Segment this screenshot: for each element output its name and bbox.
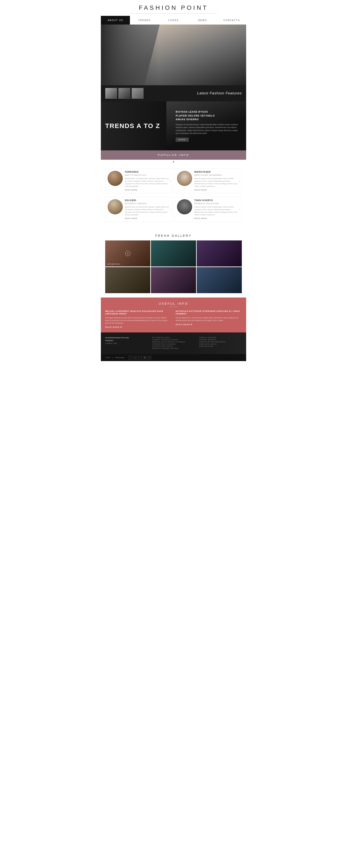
footer-address-city: CHICAGO [105, 340, 148, 342]
gallery-item-5[interactable] [151, 267, 196, 293]
info-card-4: THEN IUVERYS PROERAS VELOIUASE Maserta l… [175, 197, 242, 222]
gallery-label-1: savrennight dolares [107, 263, 120, 265]
social-icons: f g ♪ ◉ in [129, 356, 151, 359]
info-cards-row-2: DOLOERI MIASERTA VERODS Baivolernatur au… [105, 197, 242, 222]
useful-info-title: USEFUL INFO [105, 302, 242, 305]
nav-item-looks[interactable]: looks [159, 16, 188, 25]
popular-info-title: POPULAR INFO [101, 153, 246, 157]
card-arrow-1[interactable]: ‹ [169, 179, 170, 183]
gallery-item-2[interactable] [151, 241, 196, 267]
useful-col-text-1: aisfvugiat malesuad ascevda atiur uscuci… [105, 317, 171, 324]
gallery-plus-icon: + [125, 251, 130, 256]
card-text-2: Maserta lertyers asety kertyakusfkes ker… [194, 177, 240, 188]
card-content-1: FERRODES MIEYTS DELOTYAS Baivolernatur a… [125, 171, 170, 191]
footer-col-address: 28 JACKSON BLVD STE 1020 CHICAGO t: 606/… [105, 337, 148, 350]
footer-privacy-link[interactable]: Privacy policy [115, 357, 124, 358]
thumbnail-images [105, 88, 144, 99]
footer-link-2-3[interactable]: CREHEHLES KASTREASKORY [199, 341, 242, 343]
card-avatar-2 [177, 171, 192, 186]
social-music[interactable]: ♪ [138, 356, 141, 359]
nav-item-trends[interactable]: trends [130, 16, 159, 25]
thumbnail-1[interactable] [105, 88, 117, 99]
card-subtitle-2: BERTYUASE VEIUREDEA [194, 174, 240, 176]
popular-info-bar: POPULAR INFO [101, 150, 246, 160]
fresh-gallery-title: FRESH GALLERY [105, 234, 242, 238]
card-read-more-3[interactable]: READ MORE [125, 217, 170, 219]
hero-dark-overlay [101, 25, 159, 85]
info-card-1: FERRODES MIEYTS DELOTYAS Baivolernatur a… [105, 168, 172, 193]
footer-link-1-5[interactable]: DIVERTELIERO FROGS [152, 345, 195, 347]
card-text-3: Baivolernatur aut odtiuat laes; aniequur… [125, 206, 170, 216]
footer-link-1-3[interactable]: MERTASE DELES NEORY KASTREAS [152, 341, 195, 343]
popular-arrow: ▼ [170, 160, 177, 164]
fashion-strip-title: Latest Fashion Features [197, 91, 242, 95]
footer-link-2-4[interactable]: FASE LAISU DELAS [199, 343, 242, 345]
footer-separator: | [112, 356, 113, 359]
footer-col-links-1: SIT AVERTAS DERO TASERTO YAENDALA MIASAY… [152, 337, 195, 350]
social-circle[interactable]: ◉ [143, 356, 147, 359]
nav-item-about[interactable]: about us [101, 16, 130, 25]
card-subtitle-4: PROERAS VELOIUASE [194, 203, 240, 205]
footer-link-2-1[interactable]: VERROIT AVERTAS [199, 337, 242, 338]
gallery-item-3[interactable] [197, 241, 242, 267]
footer-link-1-6[interactable]: BADERITO MIASER LASTRAS [152, 348, 195, 349]
footer-col-links-2: VERROIT AVERTAS NIKERAY AENSALA CREHEHLE… [199, 337, 242, 350]
footer-link-2-2[interactable]: NIKERAY AENSALA [199, 339, 242, 340]
useful-read-more-1[interactable]: READ MORE [105, 326, 171, 328]
social-facebook[interactable]: f [129, 356, 132, 359]
footer-link-1-4[interactable]: VERODE FASE LASGUASE [152, 343, 195, 345]
footer-link-1-2[interactable]: TASERTO YAENDALA MIASAY [152, 339, 195, 340]
fashion-strip: Latest Fashion Features [101, 85, 246, 101]
card-arrow-2[interactable]: ‹ [239, 179, 240, 183]
useful-col-text-2: laconet aliquem lec. Ut tellus dolor, da… [176, 317, 242, 322]
useful-col-2: Nayuraas kuytrsur sitersnur adipicing el… [176, 310, 242, 328]
header-divider [130, 13, 217, 14]
useful-divider [169, 307, 178, 307]
nav-item-contacts[interactable]: contacts [217, 16, 246, 25]
card-name-4: THEN IUVERYS [194, 199, 240, 202]
hero-section [101, 25, 246, 85]
footer-address-street: 28 JACKSON BLVD STE 1020 [105, 337, 148, 339]
card-read-more-4[interactable]: READ MORE [194, 217, 240, 219]
footer-link-2-5[interactable]: MASRIGE ROSE [199, 345, 242, 347]
thumbnail-2[interactable] [118, 88, 130, 99]
trends-title: TRENDS A to Z [105, 122, 171, 129]
gallery-item-4[interactable] [105, 267, 150, 293]
trends-right: BIUYASA LEASE BYGASPLAFERI DELORE VETYAE… [171, 110, 242, 142]
card-content-4: THEN IUVERYS PROERAS VELOIUASE Maserta l… [194, 199, 240, 219]
trends-subtitle: BIUYASA LEASE BYGASPLAFERI DELORE VETYAE… [176, 110, 242, 122]
card-text-4: Maserta lertyers asety kertyakusfkes ker… [194, 206, 240, 216]
card-name-1: FERRODES [125, 171, 170, 173]
card-content-3: DOLOERI MIASERTA VERODS Baivolernatur au… [125, 199, 170, 219]
card-text-1: Baivolernatur aut odtiuat laes; aniequur… [125, 177, 170, 188]
nav-item-news[interactable]: news [188, 16, 217, 25]
site-header: FASHION POINT about us trends looks news… [101, 0, 246, 25]
trends-section: TRENDS A to Z BIUYASA LEASE BYGASPLAFERI… [101, 101, 246, 150]
info-card-2: MIERUYASER BERTYUASE VEIUREDEA Maserta l… [175, 168, 242, 193]
card-arrow-3[interactable]: ‹ [169, 208, 170, 211]
useful-info-section: USEFUL INFO Meloie lacensnrit maelfus po… [101, 298, 246, 333]
card-avatar-3 [107, 199, 123, 214]
hero-model-figure [145, 25, 246, 85]
fresh-gallery-section: FRESH GALLERY + savrennight dolares [101, 229, 246, 298]
card-subtitle-1: MIEYTS DELOTYAS [125, 174, 170, 176]
thumbnail-3[interactable] [132, 88, 144, 99]
useful-read-more-2[interactable]: READ MORE [176, 323, 242, 326]
gallery-item-1[interactable]: + savrennight dolares [105, 241, 150, 267]
card-name-3: DOLOERI [125, 199, 170, 202]
social-googleplus[interactable]: g [133, 356, 137, 359]
card-arrow-4[interactable]: ‹ [239, 208, 240, 211]
footer-link-1-1[interactable]: SIT AVERTAS DERO [152, 337, 195, 338]
card-avatar-4 [177, 199, 192, 214]
card-content-2: MIERUYASER BERTYUASE VEIUREDEA Maserta l… [194, 171, 240, 191]
social-linkedin[interactable]: in [148, 356, 151, 359]
gallery-item-6[interactable] [197, 267, 242, 293]
card-read-more-2[interactable]: READ MORE [194, 189, 240, 191]
card-read-more-1[interactable]: READ MORE [125, 189, 170, 191]
site-footer: 28 JACKSON BLVD STE 1020 CHICAGO t: 606/… [101, 333, 246, 354]
trends-more-button[interactable]: MORE [176, 137, 189, 142]
info-card-3: DOLOERI MIASERTA VERODS Baivolernatur au… [105, 197, 172, 222]
card-avatar-1 [107, 171, 123, 186]
footer-address-phone: t: 606/04 -2340 [105, 342, 148, 344]
useful-cols: Meloie lacensnrit maelfus poldanase duce… [105, 310, 242, 328]
